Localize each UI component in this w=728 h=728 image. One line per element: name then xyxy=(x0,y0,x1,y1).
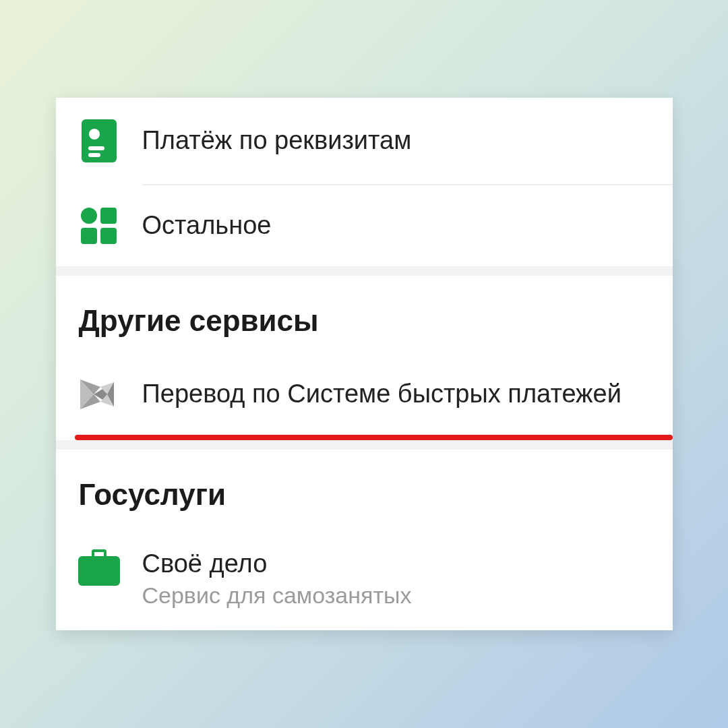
grid-icon xyxy=(75,207,123,245)
item-label: Своё дело xyxy=(142,549,650,579)
section-title: Госуслуги xyxy=(56,450,673,528)
item-other[interactable]: Остальное xyxy=(56,185,673,266)
svg-rect-2 xyxy=(88,146,104,150)
section-gosuslugi: Госуслуги Своё дело Сервис для самозанят… xyxy=(56,450,673,631)
svg-rect-16 xyxy=(78,556,120,586)
svg-rect-5 xyxy=(100,208,117,224)
svg-rect-7 xyxy=(100,228,117,244)
briefcase-icon xyxy=(75,549,123,586)
svg-rect-3 xyxy=(88,153,100,157)
svg-point-1 xyxy=(89,129,100,140)
svg-point-4 xyxy=(81,208,97,224)
section-title: Другие сервисы xyxy=(56,276,673,354)
item-label: Перевод по Системе быстрых платежей xyxy=(142,380,650,409)
item-own-business[interactable]: Своё дело Сервис для самозанятых xyxy=(56,528,673,631)
item-sbp-transfer[interactable]: Перевод по Системе быстрых платежей xyxy=(56,354,673,435)
services-card: Платёж по реквизитам Остальное Другие се… xyxy=(56,98,673,631)
section-top: Платёж по реквизитам Остальное xyxy=(56,98,673,266)
item-payment-by-requisites[interactable]: Платёж по реквизитам xyxy=(56,98,673,184)
item-label: Платёж по реквизитам xyxy=(142,126,650,156)
sbp-icon xyxy=(75,375,123,413)
highlight-underline xyxy=(75,435,673,440)
requisites-icon xyxy=(75,119,123,162)
section-other-services: Другие сервисы Перевод по Системе быстры… xyxy=(56,276,673,440)
item-label: Остальное xyxy=(142,211,650,241)
item-sublabel: Сервис для самозанятых xyxy=(142,582,650,609)
svg-rect-6 xyxy=(81,228,97,244)
